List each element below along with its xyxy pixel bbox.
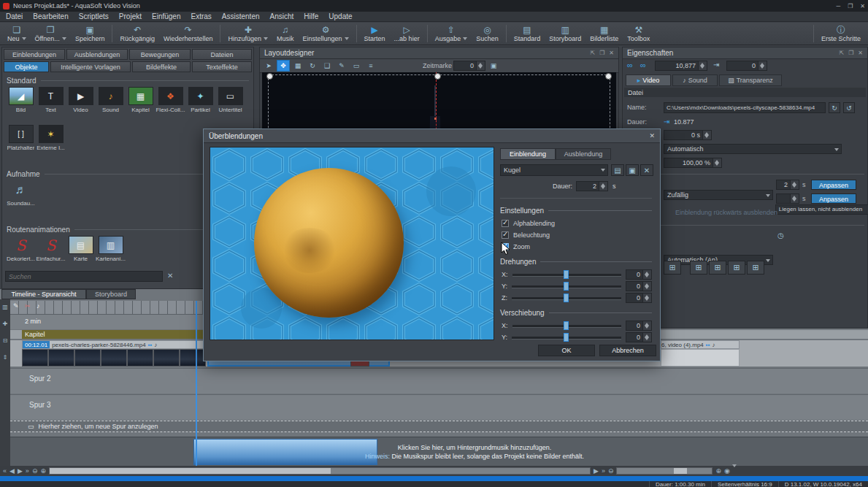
scrollbar-thumb[interactable] bbox=[50, 468, 331, 474]
play-icon[interactable]: ▶ bbox=[18, 467, 23, 475]
align-right-button[interactable]: ⊞ bbox=[728, 261, 745, 275]
slider-thumb[interactable] bbox=[564, 294, 569, 302]
rotate-tool-icon[interactable]: ↻ bbox=[306, 60, 319, 72]
options-tool-icon[interactable]: ≡ bbox=[364, 60, 377, 72]
align-fill-button[interactable]: ⊞ bbox=[747, 261, 764, 275]
clip-thumbnail[interactable] bbox=[127, 349, 153, 367]
shape-tool-icon[interactable]: ▭ bbox=[350, 60, 363, 72]
object-item-bild[interactable]: ◢ Bild bbox=[6, 87, 36, 113]
play-icon[interactable]: ▶ bbox=[594, 467, 599, 475]
search-input[interactable] bbox=[5, 271, 163, 282]
maximize-button[interactable]: ❐ bbox=[848, 3, 853, 9]
track-spur3[interactable]: Spur 3 bbox=[10, 394, 868, 420]
select-tool-icon[interactable]: ➤ bbox=[262, 60, 275, 72]
spinner-arrows-icon[interactable] bbox=[642, 282, 651, 291]
track-spur2[interactable]: Spur 2 bbox=[10, 368, 868, 394]
save-button[interactable]: ▣ Speichern bbox=[71, 23, 110, 45]
open-button[interactable]: ❐ Öffnen... bbox=[31, 23, 71, 45]
music-hint[interactable]: Klicken Sie hier, um Hintergrundmusik hi… bbox=[350, 443, 599, 461]
redo-button[interactable]: ↷ Wiederherstellen bbox=[159, 23, 218, 45]
slider-thumb[interactable] bbox=[564, 282, 569, 291]
tab-video[interactable]: ▸ Video bbox=[626, 74, 671, 86]
settings-button[interactable]: ⚙ Einstellungen bbox=[299, 23, 353, 45]
object-item-karte[interactable]: ▤ Karte bbox=[66, 236, 96, 262]
tab-transparenz[interactable]: ▧ Transparenz bbox=[719, 74, 782, 86]
move-tool-icon[interactable]: ✥ bbox=[277, 60, 290, 72]
offset-spinner[interactable]: 0 bbox=[726, 61, 767, 71]
view-standard-button[interactable]: ▤ Standard bbox=[510, 23, 545, 45]
magnifier-menu-icon[interactable]: ◉ bbox=[724, 467, 737, 475]
close-icon[interactable]: ✕ bbox=[609, 50, 614, 56]
object-item-dekorierte-route[interactable]: S Dekoriert... bbox=[6, 236, 36, 262]
spinner-arrows-icon[interactable] bbox=[790, 194, 799, 203]
spinner-arrows-icon[interactable] bbox=[698, 61, 707, 70]
music-track[interactable]: Klicken Sie hier, um Hintergrundmusik hi… bbox=[10, 437, 868, 467]
slider-thumb[interactable] bbox=[564, 270, 569, 279]
first-steps-button[interactable]: ⓘ Erste Schritte bbox=[817, 23, 865, 45]
view-storyboard-button[interactable]: ▥ Storyboard bbox=[545, 23, 585, 45]
zoom-out-icon[interactable]: ⊖ bbox=[32, 467, 38, 475]
object-item-partikel[interactable]: ✦ Partikel bbox=[185, 87, 215, 113]
slider-thumb[interactable] bbox=[564, 333, 569, 342]
menu-assistenten[interactable]: Assistenten bbox=[222, 12, 260, 20]
spinner-arrows-icon[interactable] bbox=[642, 294, 651, 302]
close-icon[interactable]: ✕ bbox=[858, 50, 863, 56]
file-path-field[interactable]: C:\Users\mdx\Downloads\pexels-cityscape-… bbox=[664, 102, 826, 113]
zoom-plus-icon[interactable]: ⊕ bbox=[715, 467, 721, 475]
dialog-titlebar[interactable]: Überblendungen ✕ bbox=[204, 129, 660, 143]
object-item-flexi-collage[interactable]: ❖ Flexi-Coll... bbox=[155, 87, 185, 113]
tab-texteffekte[interactable]: Texteffekte bbox=[192, 61, 252, 72]
rotation-z-slider[interactable] bbox=[512, 294, 621, 302]
camera-icon[interactable]: ▣ bbox=[487, 60, 500, 72]
crop-tool-icon[interactable]: ❑ bbox=[320, 60, 334, 72]
spinner-arrows-icon[interactable] bbox=[790, 180, 799, 189]
fade-in-dropdown[interactable]: Zufällig bbox=[664, 190, 773, 200]
shift-x-slider[interactable] bbox=[512, 321, 621, 330]
new-track-drop-area[interactable]: ▭ Hierher ziehen, um neue Spur anzulegen bbox=[10, 421, 868, 432]
object-item-untertitel[interactable]: ▭ Untertitel bbox=[215, 87, 245, 113]
start-from-here-button[interactable]: ▷ ...ab hier bbox=[390, 23, 424, 45]
start-button[interactable]: ▶ Starten bbox=[360, 23, 390, 45]
fade-out-duration-spinner[interactable] bbox=[776, 193, 799, 204]
beleuchtung-checkbox[interactable] bbox=[502, 231, 509, 239]
tab-bildeffekte[interactable]: Bildeffekte bbox=[132, 61, 191, 72]
rotation-y-spinner[interactable]: 0 bbox=[626, 281, 652, 291]
strip-resize-icon[interactable]: ⇕ bbox=[3, 354, 8, 361]
spinner-arrows-icon[interactable] bbox=[713, 158, 721, 167]
tab-intelligente-vorlagen[interactable]: Intelligente Vorlagen bbox=[50, 61, 131, 72]
clip-thumbnail[interactable] bbox=[74, 349, 101, 367]
zoom-minus-icon[interactable]: ⊖ bbox=[608, 467, 614, 475]
spinner-arrows-icon[interactable] bbox=[642, 270, 651, 279]
chapter-bar[interactable]: Kapitel bbox=[22, 330, 206, 339]
spinner-arrows-icon[interactable] bbox=[758, 61, 767, 70]
resize-handle[interactable] bbox=[434, 73, 441, 80]
strip-view-icon[interactable]: ▥ bbox=[2, 304, 8, 310]
search-clear-icon[interactable]: ✕ bbox=[167, 272, 173, 280]
object-item-platzhalter[interactable]: [ ] Platzhalter bbox=[6, 125, 36, 151]
pin-icon[interactable]: ⇱ bbox=[839, 50, 844, 56]
reload-icon[interactable]: ↻ bbox=[829, 102, 840, 113]
float-icon[interactable]: ❐ bbox=[599, 50, 604, 56]
view-imagelist-button[interactable]: ▦ Bilderliste bbox=[585, 23, 623, 45]
step-back-icon[interactable]: ◀ bbox=[9, 467, 15, 475]
spinner-arrows-icon[interactable] bbox=[702, 131, 711, 139]
rotation-y-slider[interactable] bbox=[512, 282, 621, 291]
delete-effect-icon[interactable]: ✕ bbox=[640, 164, 653, 176]
playhead[interactable] bbox=[196, 301, 197, 466]
menu-einfuegen[interactable]: Einfügen bbox=[152, 12, 180, 20]
music-button[interactable]: ♫ Musik bbox=[272, 23, 299, 45]
zoom-in-icon[interactable]: ⊕ bbox=[40, 467, 46, 475]
tab-einblendungen[interactable]: Einblendungen bbox=[4, 49, 65, 60]
object-item-sound[interactable]: ♪ Sound bbox=[96, 87, 126, 113]
tab-objekte[interactable]: Objekte bbox=[4, 61, 49, 72]
dialog-tab-ausblendung[interactable]: Ausblendung bbox=[556, 148, 611, 160]
tab-storyboard[interactable]: Storyboard bbox=[86, 289, 136, 299]
clip-thumbnail[interactable] bbox=[48, 349, 74, 367]
menu-ansicht[interactable]: Ansicht bbox=[270, 12, 294, 20]
float-icon[interactable]: ❐ bbox=[848, 50, 853, 56]
revert-icon[interactable]: ↺ bbox=[843, 102, 855, 113]
resize-handle[interactable] bbox=[605, 73, 612, 80]
search-button[interactable]: ◎ Suchen bbox=[472, 23, 503, 45]
clip-thumbnail[interactable] bbox=[153, 349, 180, 367]
spinner-arrows-icon[interactable] bbox=[642, 333, 651, 342]
